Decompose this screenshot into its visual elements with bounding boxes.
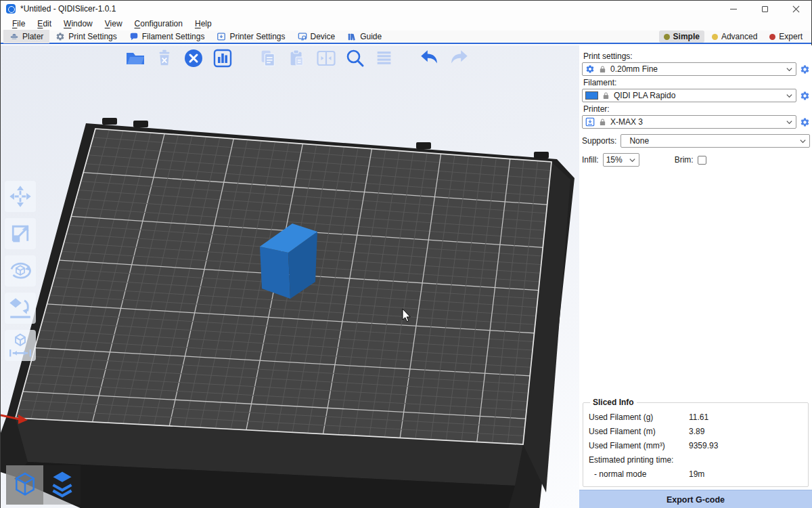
infill-combo[interactable]: 15% bbox=[603, 153, 639, 167]
lock-icon bbox=[599, 65, 606, 74]
window-title: *Untitled - QIDISlicer-1.0.1 bbox=[20, 4, 116, 14]
printer-icon bbox=[217, 32, 226, 41]
measure-icon bbox=[7, 332, 34, 359]
preview-view-button[interactable] bbox=[43, 465, 81, 505]
viewport-3d[interactable] bbox=[1, 45, 579, 508]
measure-gizmo-button[interactable] bbox=[5, 330, 36, 361]
undo-icon bbox=[418, 47, 441, 70]
supports-value: None bbox=[624, 136, 795, 146]
plater-toolbar bbox=[124, 47, 470, 70]
lock-icon bbox=[602, 91, 610, 100]
build-plate-scene[interactable] bbox=[1, 45, 579, 508]
infill-value: 15% bbox=[606, 155, 625, 165]
advanced-dot-icon bbox=[712, 34, 718, 40]
printer-combo[interactable]: X-MAX 3 bbox=[582, 115, 796, 129]
view-toggle-bar bbox=[6, 465, 81, 505]
sliced-info-row: Estimated printing time: bbox=[587, 452, 804, 467]
brim-label: Brim: bbox=[675, 155, 694, 165]
layers-icon bbox=[374, 48, 394, 68]
printer-label: Printer: bbox=[583, 104, 810, 114]
filament-label: Filament: bbox=[583, 78, 810, 87]
brim-checkbox[interactable] bbox=[698, 156, 706, 165]
rotate-icon bbox=[7, 257, 34, 284]
move-gizmo-button[interactable] bbox=[5, 181, 36, 212]
printer-icon bbox=[585, 117, 595, 127]
maximize-icon bbox=[762, 6, 768, 12]
close-button[interactable] bbox=[780, 1, 811, 17]
minimize-button[interactable] bbox=[718, 1, 749, 17]
infill-label: Infill: bbox=[582, 155, 599, 165]
tab-device[interactable]: Device bbox=[292, 30, 342, 43]
filament-gear-button[interactable] bbox=[799, 90, 810, 101]
menu-bar: File Edit Window View Configuration Help bbox=[1, 17, 811, 30]
printer-gear-button[interactable] bbox=[799, 117, 810, 127]
copy-button[interactable] bbox=[256, 47, 279, 70]
close-icon bbox=[792, 5, 800, 13]
filament-combo[interactable]: QIDI PLA Rapido bbox=[582, 89, 796, 102]
filament-color-swatch bbox=[585, 91, 598, 100]
supports-label: Supports: bbox=[582, 136, 616, 146]
print-settings-label: Print settings: bbox=[583, 51, 810, 61]
sliced-info-row: Used Filament (mm³) 9359.93 bbox=[587, 438, 804, 452]
menu-edit[interactable]: Edit bbox=[31, 18, 58, 30]
variable-layer-height-button[interactable] bbox=[373, 47, 396, 70]
supports-combo[interactable]: None bbox=[621, 134, 810, 148]
menu-window[interactable]: Window bbox=[58, 18, 99, 30]
copy-icon bbox=[258, 48, 278, 68]
export-gcode-button[interactable]: Export G-code bbox=[579, 490, 812, 508]
mode-expert[interactable]: Expert bbox=[765, 30, 807, 43]
guide-books-icon bbox=[347, 32, 357, 41]
open-folder-icon bbox=[125, 47, 146, 69]
delete-all-icon bbox=[183, 47, 204, 69]
delete-button[interactable] bbox=[153, 47, 176, 70]
preview-layers-icon bbox=[47, 469, 77, 501]
gear-icon bbox=[800, 91, 810, 101]
qidislicer-window: *Untitled - QIDISlicer-1.0.1 File Edit W… bbox=[0, 0, 812, 508]
print-settings-value: 0.20mm Fine bbox=[610, 64, 782, 74]
sliced-info-box: Sliced Info Used Filament (g) 11.61 Used… bbox=[583, 398, 809, 487]
printer-value: X-MAX 3 bbox=[610, 117, 782, 127]
tab-printer-settings[interactable]: Printer Settings bbox=[210, 30, 291, 43]
menu-view[interactable]: View bbox=[99, 18, 129, 30]
arrange-button[interactable] bbox=[211, 47, 234, 70]
rotate-gizmo-button[interactable] bbox=[5, 255, 36, 287]
gear-icon bbox=[800, 117, 810, 127]
print-settings-combo[interactable]: 0.20mm Fine bbox=[582, 62, 796, 76]
mode-simple[interactable]: Simple bbox=[659, 30, 704, 43]
undo-button[interactable] bbox=[418, 47, 441, 70]
chevron-down-icon bbox=[786, 92, 793, 100]
open-button[interactable] bbox=[124, 47, 147, 70]
split-button[interactable] bbox=[315, 47, 338, 70]
delete-all-button[interactable] bbox=[182, 47, 205, 70]
gizmo-toolbar bbox=[5, 181, 36, 361]
menu-configuration[interactable]: Configuration bbox=[129, 18, 189, 30]
filament-icon bbox=[129, 32, 139, 41]
gear-icon bbox=[55, 32, 65, 41]
filament-value: QIDI PLA Rapido bbox=[614, 91, 782, 100]
delete-trash-icon bbox=[154, 48, 175, 68]
tab-plater[interactable]: Plater bbox=[3, 30, 49, 43]
tab-guide[interactable]: Guide bbox=[341, 30, 388, 43]
maximize-button[interactable] bbox=[749, 1, 780, 17]
tab-print-settings[interactable]: Print Settings bbox=[49, 30, 122, 43]
editor-view-button[interactable] bbox=[6, 465, 43, 505]
menu-file[interactable]: File bbox=[6, 18, 31, 30]
minimize-icon bbox=[730, 9, 737, 9]
tab-bar: Plater Print Settings Filament Settings … bbox=[1, 30, 811, 44]
menu-help[interactable]: Help bbox=[189, 18, 218, 30]
chevron-down-icon bbox=[786, 119, 793, 126]
paste-button[interactable] bbox=[286, 47, 309, 70]
place-on-face-gizmo-button[interactable] bbox=[5, 293, 36, 324]
sliced-info-row: Used Filament (g) 11.61 bbox=[587, 410, 804, 424]
search-button[interactable] bbox=[344, 47, 367, 70]
tab-filament-settings[interactable]: Filament Settings bbox=[123, 30, 211, 43]
mode-advanced[interactable]: Advanced bbox=[707, 30, 762, 43]
chevron-down-icon bbox=[629, 156, 636, 164]
mode-switcher: Simple Advanced Expert bbox=[659, 30, 811, 43]
scale-gizmo-button[interactable] bbox=[5, 218, 36, 249]
sliced-info-row: - normal mode 19m bbox=[587, 467, 804, 481]
chevron-down-icon bbox=[786, 66, 793, 73]
sliced-info-title: Sliced Info bbox=[590, 398, 637, 407]
redo-button[interactable] bbox=[447, 47, 470, 70]
print-settings-gear-button[interactable] bbox=[799, 64, 810, 75]
